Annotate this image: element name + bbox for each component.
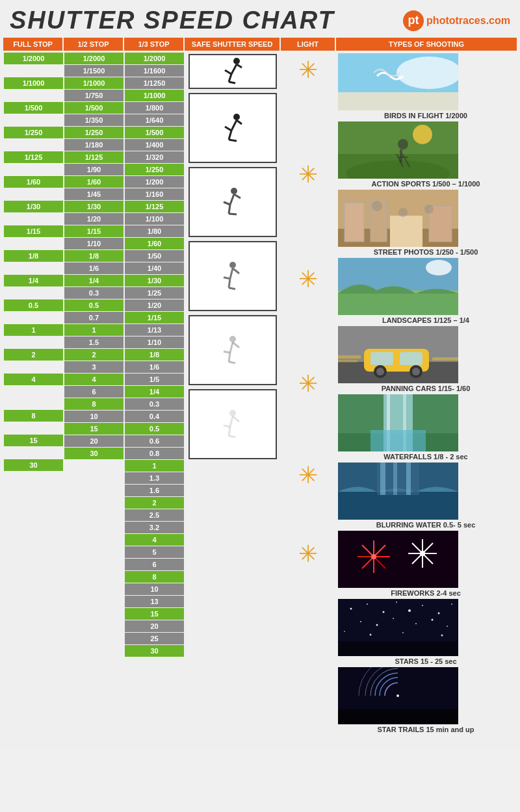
street-label: STREET PHOTOS 1/250 - 1/500 — [338, 248, 514, 256]
sun-icon-5: ✳ — [298, 464, 318, 487]
speed-1-1000-full: 1/1000 — [4, 77, 63, 89]
waterfall-label: WATERFALLS 1/8 - 2 sec — [338, 453, 514, 461]
bracket-jog — [188, 167, 277, 237]
svg-rect-47 — [344, 203, 364, 242]
svg-point-112 — [376, 624, 378, 626]
chart-content: 1/2000 1/1000 1/500 1/250 1/125 1/60 1/3… — [3, 52, 517, 735]
svg-rect-102 — [338, 641, 458, 656]
photo-panning — [338, 326, 458, 383]
speed-0-7-half: 0.7 — [64, 312, 124, 324]
speed-30-half: 30 — [64, 448, 124, 459]
speed-6-half: 6 — [64, 386, 124, 398]
s30: 0.4 — [125, 411, 184, 422]
speed-8-half: 8 — [64, 398, 124, 410]
speed-1-5-half: 1.5 — [64, 336, 124, 348]
startrails-label: STAR TRAILS 15 min and up — [338, 726, 514, 733]
half-stop-column: 1/2000 1/1500 1/1000 1/750 1/500 1/350 1… — [64, 52, 124, 735]
third-stop-column: 1/2000 1/1600 1/1250 1/1000 1/800 1/640 … — [124, 52, 185, 735]
spacer — [4, 361, 63, 373]
svg-rect-57 — [338, 294, 458, 315]
shooting-startrails: STAR TRAILS 15 min and up — [338, 667, 514, 733]
s33: 0.8 — [125, 448, 184, 459]
photo-waterfall — [338, 394, 458, 451]
blur-walker-icon — [216, 333, 250, 367]
svg-line-5 — [237, 64, 242, 68]
stars-label: STARS 15 - 25 sec — [338, 657, 514, 665]
logo: pt phototraces.com — [403, 10, 510, 31]
col-header-half: 1/2 STOP — [64, 38, 123, 51]
spacer — [4, 114, 63, 126]
svg-point-111 — [360, 621, 361, 622]
svg-point-116 — [447, 626, 448, 627]
speed-1-1000-half: 1/1000 — [64, 77, 124, 89]
street-svg — [338, 190, 458, 247]
chart-body: 1/2000 1/1000 1/500 1/250 1/125 1/60 1/3… — [3, 52, 517, 735]
fireworks-label: FIREWORKS 2-4 sec — [338, 589, 514, 597]
shooting-birds: BIRDS IN FLIGHT 1/2000 — [338, 53, 514, 120]
speed-1-500-full: 1/500 — [4, 102, 63, 114]
svg-line-14 — [224, 202, 230, 205]
speed-1-6-half: 1/6 — [64, 262, 124, 274]
speed-1-90-half: 1/90 — [64, 164, 124, 175]
spacer — [4, 65, 63, 77]
speed-3-half: 3 — [64, 361, 124, 373]
speed-1-15-half: 1/15 — [64, 225, 124, 237]
s43: 8 — [125, 571, 184, 583]
s39: 3.2 — [125, 522, 184, 533]
svg-rect-82 — [338, 531, 458, 588]
svg-line-10 — [229, 140, 237, 141]
s32: 0.6 — [125, 435, 184, 447]
photo-blurwater — [338, 463, 458, 520]
bracket-spacer — [187, 462, 279, 610]
svg-rect-69 — [432, 357, 458, 361]
svg-line-28 — [229, 362, 235, 363]
spacer — [4, 422, 63, 434]
svg-point-119 — [402, 632, 404, 633]
speed-1-30-half: 1/30 — [64, 201, 124, 212]
s38: 2.5 — [125, 509, 184, 521]
blurwater-svg — [338, 463, 458, 520]
svg-rect-79 — [380, 463, 385, 495]
stars-svg — [338, 599, 458, 656]
startrails-svg — [338, 667, 458, 724]
svg-line-11 — [237, 120, 242, 124]
s17: 1/50 — [125, 250, 184, 262]
svg-point-105 — [383, 611, 385, 613]
speed-1-30-full: 1/30 — [4, 201, 63, 212]
speed-1-125-half: 1/125 — [64, 151, 124, 163]
spacer — [4, 336, 63, 348]
walker-icon — [216, 259, 250, 293]
svg-line-21 — [229, 279, 230, 288]
s15: 1/80 — [125, 225, 184, 237]
shooting-blurwater: BLURRING WATER 0.5- 5 sec — [338, 463, 514, 529]
svg-point-30 — [229, 410, 236, 416]
light-column: ✳ ✳ ✳ ✳ ✳ ✳ — [281, 52, 335, 735]
svg-rect-68 — [338, 360, 358, 362]
svg-point-91 — [371, 554, 376, 559]
shooting-sports: ACTION SPORTS 1/500 – 1/1000 — [338, 121, 514, 188]
spacer — [4, 287, 63, 299]
svg-line-32 — [224, 425, 230, 427]
svg-point-108 — [422, 605, 423, 606]
s9: 1/320 — [125, 151, 184, 163]
spacer — [4, 213, 63, 225]
spacer — [4, 139, 63, 151]
speed-10-half: 10 — [64, 411, 124, 422]
svg-rect-67 — [338, 355, 361, 359]
sun-icon-1: ✳ — [298, 58, 318, 82]
svg-line-2 — [225, 70, 231, 74]
svg-rect-122 — [338, 709, 458, 724]
spacer — [4, 188, 63, 200]
s44: 10 — [125, 583, 184, 595]
svg-point-114 — [415, 623, 417, 624]
svg-line-23 — [233, 268, 239, 273]
s28: 1/4 — [125, 386, 184, 398]
s3: 1/1250 — [125, 77, 184, 89]
s18: 1/40 — [125, 262, 184, 274]
svg-point-18 — [229, 262, 236, 268]
svg-point-123 — [396, 694, 399, 697]
bracket-run — [188, 93, 277, 163]
logo-initials: pt — [408, 14, 419, 27]
spacer — [4, 262, 63, 274]
svg-line-31 — [230, 416, 233, 427]
